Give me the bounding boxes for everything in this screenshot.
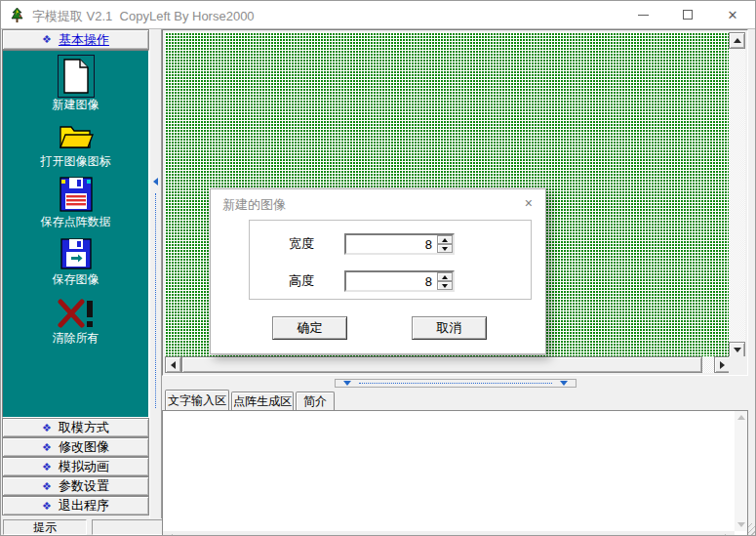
arrow-up-icon [737,415,745,420]
sidebar-section-exit[interactable]: ❖ 退出程序 [2,496,149,515]
tool-label: 保存点阵数据 [41,215,111,228]
dialog-group-box: 宽度 高度 [249,220,532,300]
tab-dot-matrix[interactable]: 点阵生成区 [231,392,294,410]
cancel-button[interactable]: 取消 [412,316,487,340]
section-label: 模拟动画 [59,458,109,475]
text-input-area[interactable] [163,411,735,531]
vertical-splitter[interactable] [149,29,162,518]
section-label: 参数设置 [59,477,109,495]
text-input-panel [162,410,748,536]
arrow-up-icon [734,38,741,43]
dialog-title: 新建的图像 [222,196,286,214]
window-title: 字模提取 V2.1 CopyLeft By Horse2000 [32,8,255,25]
save-image-icon [60,238,92,269]
scroll-track[interactable] [729,49,745,342]
width-field-row: 宽度 [250,233,531,255]
diamond-icon: ❖ [42,501,52,512]
app-window: 字模提取 V2.1 CopyLeft By Horse2000 ✕ ❖ 基本操作… [0,0,756,536]
section-label: 取模方式 [59,419,109,436]
maximize-button[interactable] [665,1,710,28]
textarea-vertical-scrollbar[interactable] [735,411,747,531]
clear-all-icon [57,299,96,328]
spinner-buttons [437,272,453,290]
sidebar: ❖ 基本操作 新建图像 打开图像图标 [2,29,149,518]
tool-label: 保存图像 [53,272,99,286]
arrow-up-icon [442,275,448,279]
spin-up-button[interactable] [437,235,453,244]
tab-label: 文字输入区 [168,392,226,409]
section-label: 基本操作 [59,31,109,49]
arrow-up-icon [442,238,448,242]
canvas-horizontal-scrollbar[interactable] [165,356,731,373]
arrow-left-icon [171,361,176,369]
save-dot-matrix-button[interactable]: 保存点阵数据 [41,177,111,228]
diamond-icon: ❖ [42,423,52,433]
textarea-horizontal-scrollbar[interactable] [163,531,735,536]
tool-panel: 新建图像 打开图像图标 [2,50,149,418]
dialog-close-button[interactable]: × [525,195,533,211]
new-image-button[interactable]: 新建图像 [53,58,99,111]
status-hint-label: 提示 [3,519,87,535]
tool-label: 新建图像 [53,98,99,111]
section-label: 修改图像 [59,438,109,456]
new-image-dialog: 新建的图像 × 宽度 高度 [210,188,546,354]
spin-up-button[interactable] [437,272,453,281]
diamond-icon: ❖ [42,462,52,473]
save-image-button[interactable]: 保存图像 [53,238,99,286]
app-icon [9,7,25,23]
diamond-icon: ❖ [42,481,52,492]
width-spinner [344,233,455,255]
canvas-vertical-scrollbar[interactable] [729,32,745,358]
title-bar: 字模提取 V2.1 CopyLeft By Horse2000 ✕ [1,1,755,29]
sidebar-section-basic-ops[interactable]: ❖ 基本操作 [2,29,149,50]
arrow-down-icon [442,284,448,288]
height-label: 高度 [289,270,314,292]
arrow-down-icon [442,247,448,251]
collapse-down-icon[interactable] [343,381,351,386]
splitter-handle[interactable] [335,379,577,388]
scrollbar-corner [729,356,745,373]
collapse-down-icon[interactable] [560,381,568,386]
arrow-down-icon [734,348,741,352]
sidebar-section-settings[interactable]: ❖ 参数设置 [2,476,149,496]
ok-button[interactable]: 确定 [272,316,347,340]
diamond-icon: ❖ [42,34,52,45]
section-label: 退出程序 [59,497,109,515]
splitter-dots [155,193,156,408]
sidebar-bottom-sections: ❖ 取模方式 ❖ 修改图像 ❖ 模拟动画 ❖ 参数设置 ❖ 退出程序 [2,418,149,515]
sidebar-section-animation[interactable]: ❖ 模拟动画 [2,457,149,476]
spin-down-button[interactable] [437,244,453,253]
new-image-icon [60,58,92,95]
spin-down-button[interactable] [437,281,453,290]
diamond-icon: ❖ [42,442,52,453]
spinner-buttons [437,235,453,253]
splitter-dots [359,383,552,384]
horizontal-splitter[interactable] [162,378,748,390]
open-image-button[interactable]: 打开图像图标 [41,122,111,168]
close-button[interactable]: ✕ [710,1,755,28]
collapse-left-icon[interactable] [153,178,158,186]
scroll-left-button[interactable] [165,356,181,373]
height-spinner [344,270,455,292]
scroll-thumb[interactable] [181,356,702,373]
height-field-row: 高度 [250,270,531,292]
clear-all-button[interactable]: 清除所有 [53,299,99,345]
minimize-icon [638,15,649,16]
tab-label: 点阵生成区 [233,393,292,410]
save-dots-icon [60,177,93,212]
maximize-icon [683,10,693,20]
arrow-right-icon [720,361,725,369]
arrow-down-icon [737,522,745,527]
tab-label: 简介 [303,393,327,410]
sidebar-section-edit-image[interactable]: ❖ 修改图像 [2,437,149,457]
open-image-icon [59,122,94,151]
tool-label: 清除所有 [53,331,99,345]
minimize-button[interactable] [620,1,665,28]
tab-intro[interactable]: 简介 [296,392,335,410]
sidebar-section-mode[interactable]: ❖ 取模方式 [2,418,149,437]
tool-label: 打开图像图标 [41,154,111,168]
width-label: 宽度 [289,233,314,255]
close-icon: ✕ [728,9,738,21]
tab-text-input[interactable]: 文字输入区 [165,390,229,410]
scroll-up-button[interactable] [729,32,745,49]
